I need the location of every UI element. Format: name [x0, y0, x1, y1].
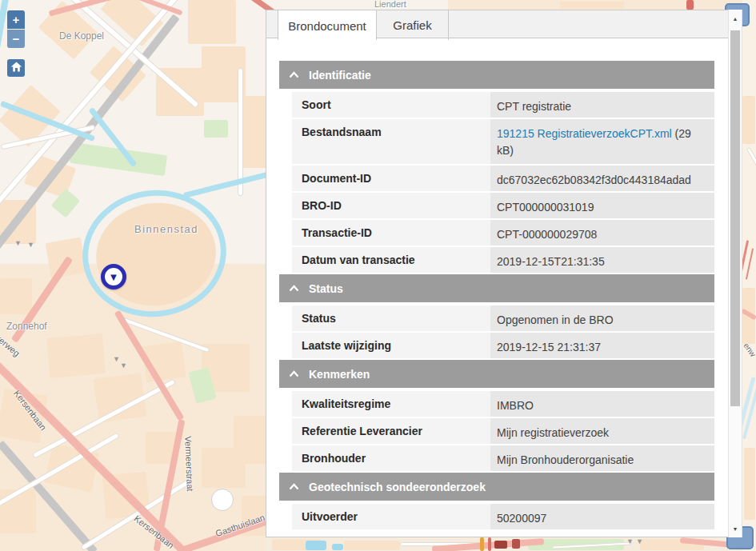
map-building: [744, 448, 755, 520]
tab-bar: Brondocument Grafiek: [266, 10, 728, 38]
map-label-de-koppel: De Koppel: [59, 30, 104, 42]
table-row: Referentie Leverancier Mijn registratiev…: [292, 418, 714, 444]
row-label: Laatste wijziging: [292, 333, 490, 358]
oneway-arrow-icon: ▼: [120, 362, 127, 369]
panel-content: Identificatie Soort CPT registratie Best…: [266, 38, 728, 529]
table-row: Datum van transactie 2019-12-15T21:31:35: [292, 247, 714, 273]
section-kenmerken: Kenmerken Kwaliteitsregime IMBRO Referen…: [279, 360, 714, 471]
row-value: 2019-12-15 21:31:37: [490, 333, 714, 358]
oneway-arrow-icon: ▼: [27, 242, 34, 249]
chevron-up-icon: [289, 370, 299, 377]
chevron-up-icon: [289, 71, 299, 78]
row-value: Opgenomen in de BRO: [490, 305, 714, 331]
map-road-red: [686, 0, 694, 10]
detail-panel: Brondocument Grafiek Identificatie Soort…: [266, 10, 728, 537]
table-row: Bestandsnaam 191215 RegistratieverzoekCP…: [292, 119, 714, 164]
app-window: ▼ ▼ ▼ ▼ ▼ ▼ Liendert De Koppel Binnensta…: [0, 0, 756, 551]
file-download-link[interactable]: 191215 RegistratieverzoekCPT.xml: [497, 127, 672, 140]
map-building-dark: [512, 539, 520, 549]
map-water: [332, 544, 343, 550]
oneway-arrow-icon: ▼: [14, 240, 22, 247]
section-header-geotechnisch[interactable]: Geotechnisch sondeeronderzoek: [279, 473, 714, 501]
row-value: IMBRO: [490, 391, 714, 417]
table-row: Transactie-ID CPT-000000029708: [292, 220, 714, 246]
map-label-liendert: Liendert: [374, 0, 406, 9]
map-water: [306, 541, 326, 550]
map-building: [0, 278, 32, 314]
map-park: [204, 120, 228, 138]
map-label-zonnehof: Zonnehof: [6, 321, 47, 332]
table-row: BRO-ID CPT000000031019: [292, 193, 714, 218]
section-header-kenmerken[interactable]: Kenmerken: [279, 360, 714, 388]
oneway-arrow-icon: ▼: [636, 538, 643, 545]
row-label: Datum van transactie: [292, 247, 490, 273]
row-label: BRO-ID: [292, 193, 490, 218]
map-building: [202, 448, 246, 488]
panel-scrollbar[interactable]: ▲ ▼: [728, 10, 742, 537]
row-value: CPT registratie: [490, 92, 714, 118]
row-value: 50200097: [490, 504, 714, 529]
map-building: [560, 2, 624, 9]
home-icon: [10, 60, 23, 77]
row-label: Referentie Leverancier: [292, 418, 490, 444]
oneway-arrow-icon: ▼: [626, 538, 634, 545]
table-row: Soort CPT registratie: [292, 92, 714, 118]
section-header-status[interactable]: Status: [279, 274, 714, 302]
map-building: [46, 333, 106, 378]
row-label: Transactie-ID: [292, 220, 490, 246]
chevron-up-icon: [289, 483, 299, 490]
map-building: [188, 0, 236, 44]
map-building-dark: [494, 541, 507, 549]
table-row: Laatste wijziging 2019-12-15 21:31:37: [292, 333, 714, 358]
row-value: Mijn Bronhouderorganisatie: [490, 445, 714, 471]
zoom-out-button[interactable]: −: [7, 30, 25, 48]
zoom-in-button[interactable]: +: [7, 10, 25, 29]
home-button[interactable]: [7, 59, 25, 77]
map-label-vermeerstraat: Vermeerstraat: [183, 436, 194, 491]
map-location-marker[interactable]: ▼: [101, 264, 126, 289]
row-label: Kwaliteitsregime: [292, 391, 490, 417]
table-row: Document-ID dc67032ec62b08342f3d0c443184…: [292, 166, 714, 191]
row-value: Mijn registratieverzoek: [490, 418, 714, 444]
map-zoom-control: + −: [7, 10, 25, 48]
row-label: Status: [292, 305, 490, 331]
row-label: Bronhouder: [292, 445, 490, 471]
row-label: Soort: [292, 92, 490, 118]
section-title: Kenmerken: [309, 368, 370, 381]
row-label: Document-ID: [292, 166, 490, 191]
section-title: Geotechnisch sondeeronderzoek: [309, 481, 486, 493]
map-roundabout: [211, 489, 234, 511]
marker-triangle-icon: ▼: [109, 272, 119, 282]
scrollbar-thumb[interactable]: [730, 30, 740, 406]
row-label: Uitvoerder: [292, 504, 490, 529]
map-building: [344, 541, 400, 550]
section-title: Status: [309, 282, 343, 295]
map-road: [238, 68, 243, 196]
oneway-arrow-icon: ▼: [113, 356, 120, 363]
map-road-red: [480, 537, 484, 551]
row-value: 2019-12-15T21:31:35: [490, 247, 714, 273]
tab-grafiek[interactable]: Grafiek: [377, 10, 449, 40]
table-row: Status Opgenomen in de BRO: [292, 305, 714, 331]
map-building: [742, 96, 755, 144]
section-header-identificatie[interactable]: Identificatie: [279, 61, 714, 89]
section-status: Status Status Opgenomen in de BRO Laatst…: [279, 274, 714, 358]
table-row: Kwaliteitsregime IMBRO: [292, 391, 714, 417]
chevron-up-icon: [289, 285, 299, 292]
tab-brondocument[interactable]: Brondocument: [278, 10, 377, 40]
table-row: Bronhouder Mijn Bronhouderorganisatie: [292, 445, 714, 471]
map-label-binnenstad: Binnenstad: [134, 223, 198, 235]
section-identificatie: Identificatie Soort CPT registratie Best…: [279, 61, 714, 273]
section-title: Identificatie: [309, 69, 371, 82]
row-value: 191215 RegistratieverzoekCPT.xml (29 kB): [490, 119, 714, 164]
row-value: CPT000000031019: [490, 193, 714, 218]
map-canal: [183, 172, 268, 198]
row-value: dc67032ec62b08342f3d0c443184adad: [490, 166, 714, 191]
scroll-up-button[interactable]: ▲: [729, 11, 742, 26]
row-value: CPT-000000029708: [490, 220, 714, 246]
section-geotechnisch-sondeeronderzoek: Geotechnisch sondeeronderzoek Uitvoerder…: [279, 473, 714, 529]
table-row: Uitvoerder 50200097: [292, 504, 714, 529]
scroll-down-button[interactable]: ▼: [729, 521, 742, 536]
row-label: Bestandsnaam: [292, 119, 490, 164]
map-road-red: [488, 537, 491, 551]
